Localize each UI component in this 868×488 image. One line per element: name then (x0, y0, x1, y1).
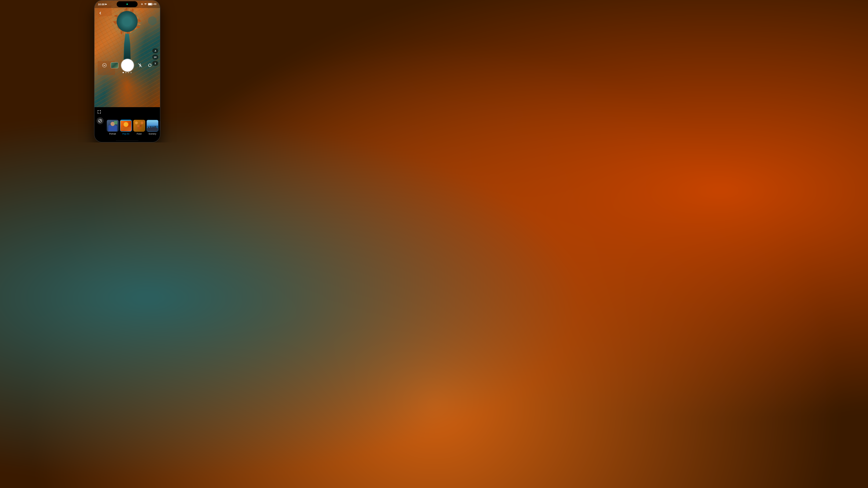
page-dot-3 (128, 72, 129, 73)
dynamic-island-container (117, 1, 137, 7)
status-right-area: ✈ 93 (141, 3, 156, 6)
flash-button[interactable] (136, 62, 144, 69)
dynamic-island (117, 1, 137, 7)
status-bar: 10:00 ▶ ✈ (94, 0, 160, 8)
filter-label-popart: Pop Art (122, 133, 129, 135)
filter-label-food: Food (137, 133, 142, 135)
filters-scroll: Portrait Pop Art (105, 109, 160, 137)
filter-thumb-food (133, 120, 145, 132)
page-dot-1 (123, 72, 124, 73)
filter-thumb-popart (120, 120, 132, 132)
battery-level: 93 (154, 3, 156, 5)
flip-camera-button[interactable] (146, 62, 153, 69)
filter-label-portrait: Portrait (109, 133, 116, 135)
filter-thumb-scenery (147, 120, 158, 132)
vase (123, 34, 131, 60)
filter-item-scenery[interactable]: Scenery (147, 120, 158, 135)
filter-label-scenery: Scenery (149, 133, 156, 135)
airplane-icon: ✈ (141, 3, 143, 6)
filter-item-portrait[interactable]: Portrait (107, 120, 119, 135)
svg-line-3 (99, 120, 101, 122)
photo-area: .5 1X 3 (94, 0, 160, 107)
page-indicator (123, 72, 132, 73)
battery-icon: 93 (148, 3, 156, 5)
filter-strip: Portrait Pop Art (94, 107, 160, 142)
flower-head (117, 11, 137, 32)
gallery-thumbnail[interactable] (111, 62, 118, 68)
filter-item-artful[interactable]: Artful (160, 120, 160, 135)
page-dot-4 (130, 72, 132, 73)
back-button[interactable] (97, 10, 103, 16)
location-icon: ▶ (105, 3, 107, 5)
svg-point-0 (102, 63, 106, 67)
art-element-2 (148, 17, 157, 25)
filter-thumb-artful (160, 120, 160, 132)
half-zoom-button[interactable]: .5 (152, 48, 158, 53)
camera-controls (94, 58, 160, 72)
filter-thumb-portrait (107, 120, 119, 132)
time-display: 10:00 (98, 3, 104, 6)
status-time-area: 10:00 ▶ (98, 3, 107, 6)
options-button[interactable] (101, 62, 108, 69)
wifi-icon (144, 3, 147, 6)
no-filter-button[interactable] (97, 117, 103, 124)
filter-item-food[interactable]: Food (133, 120, 145, 135)
expand-button[interactable] (97, 109, 102, 115)
shutter-button[interactable] (121, 59, 134, 71)
dynamic-island-dot (126, 3, 128, 5)
phone-frame: 10:00 ▶ ✈ (94, 0, 160, 142)
filter-item-popart[interactable]: Pop Art (120, 120, 132, 135)
page-dot-2 (125, 72, 126, 73)
